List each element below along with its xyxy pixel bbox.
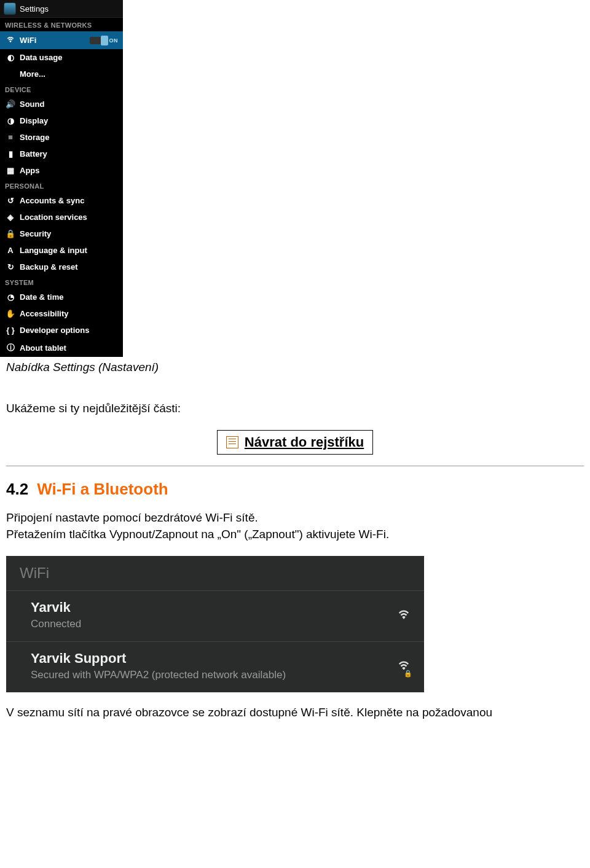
item-more-label: More...	[20, 69, 45, 79]
item-accounts-label: Accounts & sync	[20, 196, 84, 205]
wifi-toggle[interactable]: ON	[90, 37, 119, 44]
item-storage-label: Storage	[20, 133, 49, 142]
item-language[interactable]: A Language & input	[0, 242, 123, 259]
item-accounts[interactable]: ↺ Accounts & sync	[0, 192, 123, 209]
figure-caption: Nabídka Settings (Nastavení)	[6, 361, 584, 374]
data-usage-icon: ◐	[5, 53, 16, 62]
wifi-network-row[interactable]: Yarvik Support Secured with WPA/WPA2 (pr…	[6, 641, 424, 692]
section-heading: 4.2 Wi-Fi a Bluetooth	[6, 480, 584, 499]
clock-icon: ◔	[5, 292, 16, 302]
settings-title: Settings	[20, 4, 49, 14]
section-title: Wi-Fi a Bluetooth	[37, 480, 168, 499]
item-datetime-label: Date & time	[20, 292, 64, 302]
settings-app-icon	[4, 2, 16, 15]
apps-icon: ▦	[5, 166, 16, 175]
battery-icon: ▮	[5, 149, 16, 158]
item-apps[interactable]: ▦ Apps	[0, 162, 123, 179]
wifi-network-status: Secured with WPA/WPA2 (protected network…	[31, 669, 286, 681]
item-backup-label: Backup & reset	[20, 262, 78, 272]
item-location[interactable]: ◈ Location services	[0, 209, 123, 225]
sound-icon: 🔊	[5, 100, 16, 109]
section-number: 4.2	[6, 480, 28, 499]
item-developer-label: Developer options	[20, 326, 89, 335]
wifi-network-status: Connected	[31, 618, 81, 630]
wifi-network-name: Yarvik Support	[31, 651, 286, 667]
item-apps-label: Apps	[20, 166, 40, 175]
item-wifi[interactable]: WiFi ON	[0, 31, 123, 49]
item-location-label: Location services	[20, 213, 87, 222]
section-personal: PERSONAL	[0, 179, 123, 192]
horizontal-rule	[6, 466, 584, 466]
item-battery-label: Battery	[20, 149, 47, 158]
item-about[interactable]: ⓘ About tablet	[0, 338, 123, 357]
info-icon: ⓘ	[5, 342, 16, 353]
return-to-index-link[interactable]: Návrat do rejstříku	[217, 430, 373, 455]
section-device: DEVICE	[0, 82, 123, 96]
intro-text: Ukážeme si ty nejdůležitější části:	[6, 402, 584, 415]
item-data-usage[interactable]: ◐ Data usage	[0, 49, 123, 66]
item-display[interactable]: ◑ Display	[0, 112, 123, 129]
section-paragraph: Připojení nastavte pomocí bezdrátové Wi-…	[6, 510, 584, 542]
wifi-icon	[5, 35, 16, 45]
item-data-usage-label: Data usage	[20, 53, 62, 62]
item-about-label: About tablet	[20, 343, 66, 353]
item-security[interactable]: 🔒 Security	[0, 225, 123, 242]
wifi-network-name: Yarvik	[31, 600, 81, 616]
item-backup[interactable]: ↻ Backup & reset	[0, 259, 123, 275]
item-accessibility[interactable]: ✋ Accessibility	[0, 305, 123, 322]
settings-title-bar: Settings	[0, 0, 123, 18]
item-language-label: Language & input	[20, 246, 87, 255]
item-security-label: Security	[20, 229, 51, 238]
item-datetime[interactable]: ◔ Date & time	[0, 289, 123, 305]
list-icon	[226, 436, 238, 448]
settings-screenshot: Settings WIRELESS & NETWORKS WiFi ON ◐ D…	[0, 0, 123, 357]
wifi-list-screenshot: WiFi Yarvik Connected Yarvik Support Sec…	[6, 556, 424, 692]
location-icon: ◈	[5, 213, 16, 222]
wifi-panel-title: WiFi	[6, 556, 424, 590]
braces-icon: { }	[5, 326, 16, 335]
section-wireless: WIRELESS & NETWORKS	[0, 18, 123, 31]
item-battery[interactable]: ▮ Battery	[0, 146, 123, 162]
item-display-label: Display	[20, 116, 48, 125]
wifi-toggle-state: ON	[109, 37, 119, 44]
hand-icon: ✋	[5, 309, 16, 318]
display-icon: ◑	[5, 116, 16, 125]
lock-badge-icon: 🔒	[403, 670, 413, 678]
final-paragraph: V seznamu sítí na pravé obrazovce se zob…	[6, 706, 584, 719]
lock-icon: 🔒	[5, 229, 16, 238]
item-sound[interactable]: 🔊 Sound	[0, 96, 123, 112]
sync-icon: ↺	[5, 196, 16, 205]
item-wifi-label: WiFi	[20, 36, 36, 45]
storage-icon: ≡	[5, 133, 16, 142]
item-storage[interactable]: ≡ Storage	[0, 129, 123, 146]
wifi-network-row[interactable]: Yarvik Connected	[6, 590, 424, 641]
item-more[interactable]: More...	[0, 66, 123, 82]
backup-icon: ↻	[5, 262, 16, 272]
item-sound-label: Sound	[20, 100, 44, 109]
wifi-signal-icon	[397, 607, 411, 623]
return-link-text: Návrat do rejstříku	[245, 434, 364, 450]
item-accessibility-label: Accessibility	[20, 309, 69, 318]
wifi-signal-secured-icon: 🔒	[397, 658, 411, 674]
section-system: SYSTEM	[0, 275, 123, 289]
item-developer[interactable]: { } Developer options	[0, 322, 123, 338]
language-icon: A	[5, 246, 16, 255]
